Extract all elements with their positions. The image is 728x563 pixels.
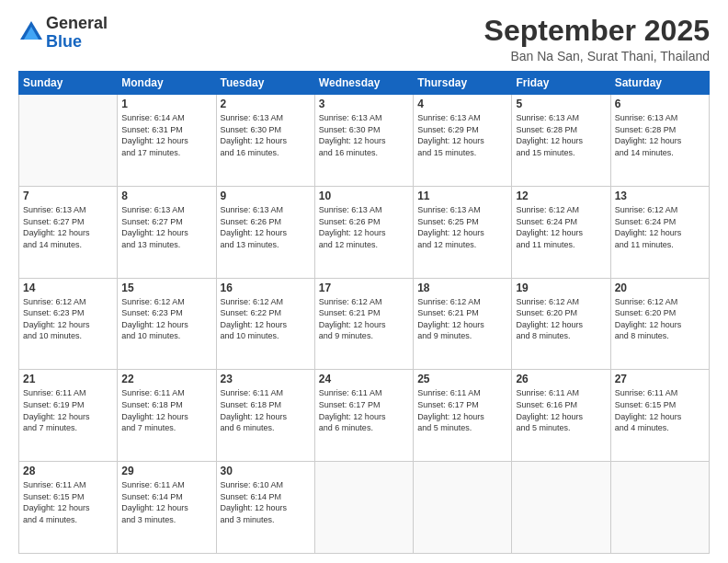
calendar-week-2: 7Sunrise: 6:13 AM Sunset: 6:27 PM Daylig…: [19, 186, 710, 278]
day-info: Sunrise: 6:12 AM Sunset: 6:23 PM Dayligh…: [23, 296, 113, 342]
day-info: Sunrise: 6:13 AM Sunset: 6:30 PM Dayligh…: [221, 112, 311, 158]
calendar-cell: 10Sunrise: 6:13 AM Sunset: 6:26 PM Dayli…: [314, 186, 413, 278]
calendar-cell: 21Sunrise: 6:11 AM Sunset: 6:19 PM Dayli…: [19, 370, 118, 462]
calendar-cell: [19, 95, 118, 187]
day-info: Sunrise: 6:12 AM Sunset: 6:20 PM Dayligh…: [615, 296, 705, 342]
calendar-header-saturday: Saturday: [610, 72, 709, 95]
day-info: Sunrise: 6:13 AM Sunset: 6:29 PM Dayligh…: [417, 112, 507, 158]
day-info: Sunrise: 6:14 AM Sunset: 6:31 PM Dayligh…: [121, 112, 211, 158]
day-info: Sunrise: 6:12 AM Sunset: 6:21 PM Dayligh…: [319, 296, 409, 342]
day-info: Sunrise: 6:12 AM Sunset: 6:22 PM Dayligh…: [221, 296, 311, 342]
calendar-table: SundayMondayTuesdayWednesdayThursdayFrid…: [18, 71, 710, 554]
calendar-cell: 22Sunrise: 6:11 AM Sunset: 6:18 PM Dayli…: [118, 370, 216, 462]
day-info: Sunrise: 6:13 AM Sunset: 6:27 PM Dayligh…: [121, 204, 211, 250]
calendar-cell: 14Sunrise: 6:12 AM Sunset: 6:23 PM Dayli…: [19, 278, 118, 370]
day-number: 25: [417, 373, 507, 385]
day-info: Sunrise: 6:13 AM Sunset: 6:30 PM Dayligh…: [319, 112, 409, 158]
calendar-header-sunday: Sunday: [19, 72, 118, 95]
logo-text: General Blue: [46, 15, 108, 52]
calendar-cell: 30Sunrise: 6:10 AM Sunset: 6:14 PM Dayli…: [216, 462, 314, 554]
calendar-cell: 19Sunrise: 6:12 AM Sunset: 6:20 PM Dayli…: [512, 278, 610, 370]
calendar-cell: 5Sunrise: 6:13 AM Sunset: 6:28 PM Daylig…: [512, 95, 610, 187]
calendar-cell: 23Sunrise: 6:11 AM Sunset: 6:18 PM Dayli…: [216, 370, 314, 462]
day-info: Sunrise: 6:11 AM Sunset: 6:16 PM Dayligh…: [516, 387, 606, 433]
calendar-week-5: 28Sunrise: 6:11 AM Sunset: 6:15 PM Dayli…: [19, 462, 710, 554]
page: General Blue September 2025 Ban Na San, …: [0, 0, 728, 563]
calendar-header-row: SundayMondayTuesdayWednesdayThursdayFrid…: [19, 72, 710, 95]
header: General Blue September 2025 Ban Na San, …: [18, 15, 710, 63]
day-number: 27: [615, 373, 705, 385]
day-number: 21: [23, 373, 113, 385]
calendar-cell: 6Sunrise: 6:13 AM Sunset: 6:28 PM Daylig…: [610, 95, 709, 187]
calendar-cell: [610, 462, 709, 554]
calendar-cell: 13Sunrise: 6:12 AM Sunset: 6:24 PM Dayli…: [610, 186, 709, 278]
day-info: Sunrise: 6:12 AM Sunset: 6:21 PM Dayligh…: [417, 296, 507, 342]
day-number: 10: [319, 190, 409, 202]
calendar-header-thursday: Thursday: [414, 72, 512, 95]
logo: General Blue: [18, 15, 108, 52]
day-info: Sunrise: 6:12 AM Sunset: 6:23 PM Dayligh…: [121, 296, 211, 342]
calendar-cell: 27Sunrise: 6:11 AM Sunset: 6:15 PM Dayli…: [610, 370, 709, 462]
day-info: Sunrise: 6:13 AM Sunset: 6:25 PM Dayligh…: [417, 204, 507, 250]
day-number: 12: [516, 190, 606, 202]
calendar-week-4: 21Sunrise: 6:11 AM Sunset: 6:19 PM Dayli…: [19, 370, 710, 462]
day-info: Sunrise: 6:11 AM Sunset: 6:18 PM Dayligh…: [221, 387, 311, 433]
calendar-cell: 18Sunrise: 6:12 AM Sunset: 6:21 PM Dayli…: [414, 278, 512, 370]
day-number: 13: [615, 190, 705, 202]
calendar-cell: 9Sunrise: 6:13 AM Sunset: 6:26 PM Daylig…: [216, 186, 314, 278]
day-number: 24: [319, 373, 409, 385]
day-number: 20: [615, 282, 705, 294]
logo-icon: [18, 19, 44, 45]
title-block: September 2025 Ban Na San, Surat Thani, …: [484, 15, 710, 63]
calendar-cell: [512, 462, 610, 554]
day-number: 26: [516, 373, 606, 385]
day-number: 1: [121, 98, 211, 110]
calendar-cell: 2Sunrise: 6:13 AM Sunset: 6:30 PM Daylig…: [216, 95, 314, 187]
day-info: Sunrise: 6:13 AM Sunset: 6:26 PM Dayligh…: [319, 204, 409, 250]
day-number: 16: [221, 282, 311, 294]
day-info: Sunrise: 6:13 AM Sunset: 6:26 PM Dayligh…: [221, 204, 311, 250]
calendar-cell: 25Sunrise: 6:11 AM Sunset: 6:17 PM Dayli…: [414, 370, 512, 462]
day-number: 17: [319, 282, 409, 294]
day-number: 28: [23, 465, 113, 477]
main-title: September 2025: [484, 15, 710, 47]
day-info: Sunrise: 6:11 AM Sunset: 6:18 PM Dayligh…: [121, 387, 211, 433]
calendar-cell: 29Sunrise: 6:11 AM Sunset: 6:14 PM Dayli…: [118, 462, 216, 554]
day-number: 15: [121, 282, 211, 294]
calendar-cell: 3Sunrise: 6:13 AM Sunset: 6:30 PM Daylig…: [314, 95, 413, 187]
logo-blue: Blue: [46, 32, 82, 51]
logo-general: General: [46, 14, 108, 32]
day-info: Sunrise: 6:12 AM Sunset: 6:24 PM Dayligh…: [615, 204, 705, 250]
calendar-cell: 15Sunrise: 6:12 AM Sunset: 6:23 PM Dayli…: [118, 278, 216, 370]
calendar-cell: 7Sunrise: 6:13 AM Sunset: 6:27 PM Daylig…: [19, 186, 118, 278]
day-number: 2: [221, 98, 311, 110]
calendar-week-1: 1Sunrise: 6:14 AM Sunset: 6:31 PM Daylig…: [19, 95, 710, 187]
day-info: Sunrise: 6:12 AM Sunset: 6:24 PM Dayligh…: [516, 204, 606, 250]
calendar-cell: 17Sunrise: 6:12 AM Sunset: 6:21 PM Dayli…: [314, 278, 413, 370]
calendar-header-monday: Monday: [118, 72, 216, 95]
day-info: Sunrise: 6:11 AM Sunset: 6:17 PM Dayligh…: [417, 387, 507, 433]
calendar-cell: 26Sunrise: 6:11 AM Sunset: 6:16 PM Dayli…: [512, 370, 610, 462]
day-number: 30: [221, 465, 311, 477]
day-info: Sunrise: 6:13 AM Sunset: 6:28 PM Dayligh…: [615, 112, 705, 158]
day-number: 18: [417, 282, 507, 294]
calendar-cell: 20Sunrise: 6:12 AM Sunset: 6:20 PM Dayli…: [610, 278, 709, 370]
day-number: 3: [319, 98, 409, 110]
sub-title: Ban Na San, Surat Thani, Thailand: [484, 49, 710, 63]
day-info: Sunrise: 6:13 AM Sunset: 6:27 PM Dayligh…: [23, 204, 113, 250]
calendar-cell: [314, 462, 413, 554]
day-number: 11: [417, 190, 507, 202]
calendar-cell: 24Sunrise: 6:11 AM Sunset: 6:17 PM Dayli…: [314, 370, 413, 462]
calendar-cell: 11Sunrise: 6:13 AM Sunset: 6:25 PM Dayli…: [414, 186, 512, 278]
day-number: 6: [615, 98, 705, 110]
day-number: 8: [121, 190, 211, 202]
day-info: Sunrise: 6:11 AM Sunset: 6:14 PM Dayligh…: [121, 479, 211, 525]
calendar-header-friday: Friday: [512, 72, 610, 95]
calendar-week-3: 14Sunrise: 6:12 AM Sunset: 6:23 PM Dayli…: [19, 278, 710, 370]
day-number: 19: [516, 282, 606, 294]
day-number: 9: [221, 190, 311, 202]
day-number: 7: [23, 190, 113, 202]
calendar-header-tuesday: Tuesday: [216, 72, 314, 95]
day-number: 5: [516, 98, 606, 110]
calendar-cell: 16Sunrise: 6:12 AM Sunset: 6:22 PM Dayli…: [216, 278, 314, 370]
